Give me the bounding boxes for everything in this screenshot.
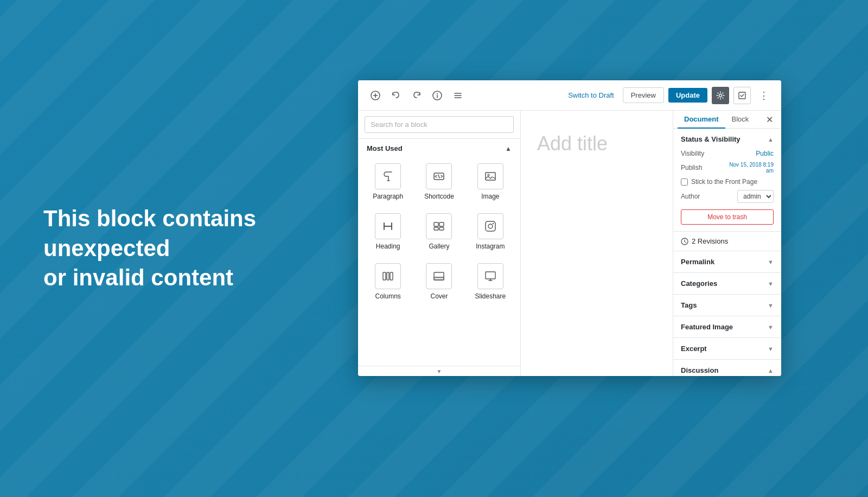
permalink-header[interactable]: Permalink ▼ <box>673 251 781 272</box>
block-inserter-panel: Most Used ▲ Paragraph <box>358 111 521 376</box>
svg-rect-10 <box>739 92 745 99</box>
scroll-down-arrow[interactable]: ▼ <box>358 366 520 376</box>
editor-window: Switch to Draft Preview Update ⋮ <box>358 80 781 376</box>
checklist-button[interactable] <box>733 87 751 104</box>
content-area[interactable]: Add title <box>521 111 673 376</box>
discussion-chevron-icon: ▲ <box>768 367 774 374</box>
svg-point-5 <box>437 93 438 94</box>
block-item-image[interactable]: Image <box>465 157 516 207</box>
move-to-trash-button[interactable]: Move to trash <box>681 209 774 225</box>
section-permalink: Permalink ▼ <box>673 251 781 273</box>
block-item-heading[interactable]: Heading <box>362 207 413 257</box>
categories-header[interactable]: Categories ▼ <box>673 273 781 294</box>
more-options-button[interactable]: ⋮ <box>755 87 773 104</box>
status-visibility-chevron-icon: ▲ <box>768 136 774 143</box>
section-excerpt: Excerpt ▼ <box>673 338 781 360</box>
most-used-label: Most Used <box>367 144 403 152</box>
cover-block-label: Cover <box>430 292 448 300</box>
tab-document[interactable]: Document <box>678 111 725 129</box>
stick-front-page-label: Stick to the Front Page <box>691 178 757 186</box>
publish-date[interactable]: Nov 15, 2018 8:19 am <box>725 162 774 174</box>
author-row: Author admin <box>681 190 774 203</box>
undo-icon[interactable] <box>387 87 405 104</box>
publish-label: Publish <box>681 164 702 171</box>
svg-rect-17 <box>434 227 438 230</box>
instagram-block-label: Instagram <box>476 243 505 250</box>
columns-block-label: Columns <box>375 292 400 300</box>
svg-rect-22 <box>383 272 386 280</box>
left-text-block: This block contains unexpected or invali… <box>43 204 256 293</box>
stick-front-page-row: Stick to the Front Page <box>681 178 774 186</box>
status-visibility-label: Status & Visibility <box>681 135 741 143</box>
svg-rect-24 <box>390 272 393 280</box>
settings-button[interactable] <box>712 87 729 104</box>
svg-point-20 <box>488 224 493 228</box>
tags-label: Tags <box>681 301 697 309</box>
section-categories: Categories ▼ <box>673 273 781 295</box>
svg-point-14 <box>488 174 489 176</box>
right-sidebar: Document Block ✕ Status & Visibility ▲ V… <box>673 111 781 376</box>
update-button[interactable]: Update <box>668 88 707 103</box>
image-block-icon <box>477 163 503 189</box>
redo-icon[interactable] <box>408 87 425 104</box>
stick-front-page-checkbox[interactable] <box>681 179 688 186</box>
author-select[interactable]: admin <box>737 190 774 203</box>
author-label: Author <box>681 193 700 200</box>
heading-block-label: Heading <box>376 243 400 250</box>
excerpt-label: Excerpt <box>681 345 707 353</box>
block-item-shortcode[interactable]: Shortcode <box>413 157 464 207</box>
permalink-label: Permalink <box>681 258 714 266</box>
discussion-header[interactable]: Discussion ▲ <box>673 360 781 376</box>
featured-image-chevron-icon: ▼ <box>768 324 774 330</box>
preview-button[interactable]: Preview <box>623 87 664 103</box>
tags-header[interactable]: Tags ▼ <box>673 295 781 316</box>
svg-point-9 <box>719 94 722 97</box>
paragraph-block-icon <box>375 163 401 189</box>
most-used-chevron-icon: ▲ <box>505 145 512 152</box>
columns-block-icon <box>375 263 401 289</box>
svg-rect-26 <box>434 277 444 280</box>
search-input[interactable] <box>365 116 514 133</box>
visibility-value[interactable]: Public <box>756 150 774 157</box>
block-grid: Paragraph Shortcode <box>358 157 520 313</box>
add-block-icon[interactable] <box>367 87 384 104</box>
menu-icon[interactable] <box>449 87 467 104</box>
heading-block-icon <box>375 213 401 239</box>
info-icon[interactable] <box>429 87 446 104</box>
section-status-visibility: Status & Visibility ▲ Visibility Public … <box>673 129 781 232</box>
block-item-cover[interactable]: Cover <box>413 257 464 307</box>
section-tags: Tags ▼ <box>673 295 781 316</box>
most-used-section-header[interactable]: Most Used ▲ <box>358 139 520 157</box>
shortcode-block-icon <box>426 163 452 189</box>
block-item-columns[interactable]: Columns <box>362 257 413 307</box>
status-visibility-header[interactable]: Status & Visibility ▲ <box>673 129 781 150</box>
block-item-slideshare[interactable]: Slideshare <box>465 257 516 307</box>
categories-label: Categories <box>681 279 717 288</box>
excerpt-header[interactable]: Excerpt ▼ <box>673 338 781 359</box>
svg-rect-16 <box>439 222 444 226</box>
slideshare-block-icon <box>477 263 503 289</box>
visibility-row: Visibility Public <box>681 150 774 157</box>
svg-rect-23 <box>387 272 389 280</box>
status-visibility-body: Visibility Public Publish Nov 15, 2018 8… <box>673 150 781 231</box>
slideshare-block-label: Slideshare <box>475 292 506 300</box>
shortcode-block-label: Shortcode <box>424 193 454 200</box>
svg-line-12 <box>438 175 439 178</box>
discussion-label: Discussion <box>681 366 718 374</box>
switch-to-draft-button[interactable]: Switch to Draft <box>564 88 618 103</box>
block-item-gallery[interactable]: Gallery <box>413 207 464 257</box>
svg-rect-28 <box>486 272 495 279</box>
svg-point-21 <box>493 223 494 224</box>
block-item-instagram[interactable]: Instagram <box>465 207 516 257</box>
revisions-section[interactable]: 2 Revisions <box>673 232 781 251</box>
paragraph-block-label: Paragraph <box>373 193 403 200</box>
sidebar-tabs: Document Block ✕ <box>673 111 781 129</box>
editor-body: Most Used ▲ Paragraph <box>358 111 781 376</box>
clock-icon <box>681 238 688 245</box>
featured-image-header[interactable]: Featured Image ▼ <box>673 316 781 337</box>
sidebar-close-button[interactable]: ✕ <box>762 112 777 127</box>
visibility-label: Visibility <box>681 150 704 157</box>
tab-block[interactable]: Block <box>725 111 756 129</box>
instagram-block-icon <box>477 213 503 239</box>
block-item-paragraph[interactable]: Paragraph <box>362 157 413 207</box>
